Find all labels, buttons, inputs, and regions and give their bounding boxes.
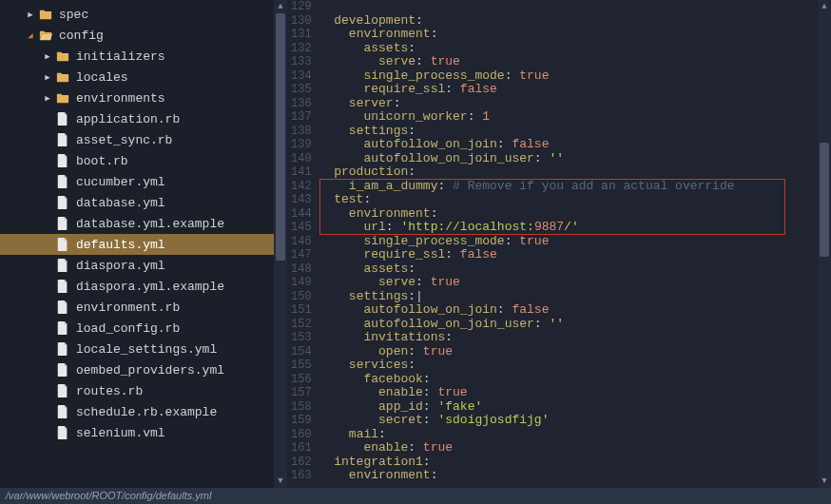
code-line[interactable]: enable: true [319, 386, 831, 400]
code-line[interactable]: app_id: 'fake' [319, 400, 831, 415]
scroll-up-arrow[interactable]: ▲ [818, 0, 831, 13]
tree-file[interactable]: locale_settings.yml [0, 339, 287, 359]
file-icon [55, 238, 70, 251]
code-line[interactable]: single_process_mode: true [319, 69, 831, 84]
code-line[interactable]: environment: [319, 28, 831, 42]
code-line[interactable]: serve: true [319, 55, 831, 69]
scroll-down-arrow[interactable]: ▼ [274, 475, 287, 488]
code-line[interactable]: test: [319, 193, 831, 207]
code-line[interactable]: single_process_mode: true [319, 235, 831, 249]
code-line[interactable]: enable: true [319, 441, 831, 456]
tree-folder[interactable]: ▶locales [0, 67, 287, 87]
line-number: 150 [291, 290, 312, 304]
file-icon [55, 175, 70, 188]
code-line[interactable]: mail: [319, 428, 831, 442]
code-line[interactable]: autofollow_on_join_user: '' [319, 152, 831, 166]
tree-item-label: spec [59, 8, 88, 22]
tree-item-label: initializers [76, 49, 165, 64]
tree-file[interactable]: application.rb [0, 108, 287, 129]
chevron-right-icon[interactable]: ▶ [42, 51, 53, 62]
code-line[interactable]: require_ssl: false [319, 248, 831, 262]
code-line[interactable]: url: 'http://localhost:9887/' [319, 221, 831, 235]
tree-item-label: database.yml [76, 196, 165, 210]
line-number: 159 [291, 414, 312, 428]
code-content[interactable]: development: environment: assets: serve:… [319, 0, 831, 488]
file-icon [55, 133, 70, 146]
tree-file[interactable]: oembed_providers.yml [0, 359, 287, 380]
code-line[interactable]: integration1: [319, 456, 831, 470]
tree-file[interactable]: load_config.rb [0, 318, 287, 339]
file-tree-sidebar[interactable]: ▶spec◢config▶initializers▶locales▶enviro… [0, 0, 287, 488]
editor-scrollbar-thumb[interactable] [820, 143, 829, 257]
sidebar-scrollbar-thumb[interactable] [276, 13, 285, 261]
code-line[interactable]: require_ssl: false [319, 83, 831, 97]
file-icon [55, 405, 70, 418]
line-number: 162 [291, 456, 312, 470]
tree-file[interactable]: asset_sync.rb [0, 129, 287, 150]
code-line[interactable]: autofollow_on_join: false [319, 138, 831, 152]
tree-file[interactable]: schedule.rb.example [0, 401, 287, 422]
code-line[interactable]: settings: [319, 125, 831, 139]
tree-folder[interactable]: ▶spec [0, 4, 287, 25]
sidebar-scrollbar[interactable]: ▲ ▼ [274, 0, 287, 488]
code-line[interactable]: assets: [319, 42, 831, 56]
scroll-up-arrow[interactable]: ▲ [274, 0, 287, 13]
tree-file[interactable]: diaspora.yml [0, 255, 287, 276]
code-line[interactable]: development: [319, 14, 831, 29]
tree-folder[interactable]: ▶environments [0, 87, 287, 108]
line-number: 134 [291, 69, 312, 84]
code-line[interactable]: invitations: [319, 331, 831, 345]
code-line[interactable]: open: true [319, 345, 831, 359]
line-number: 137 [291, 110, 312, 125]
code-line[interactable]: unicorn_worker: 1 [319, 110, 831, 125]
code-line[interactable]: server: [319, 97, 831, 111]
code-line[interactable]: facebook: [319, 373, 831, 387]
tree-folder[interactable]: ◢config [0, 25, 287, 46]
folder-icon [55, 70, 70, 84]
tree-file[interactable]: diaspora.yml.example [0, 276, 287, 297]
file-tree[interactable]: ▶spec◢config▶initializers▶locales▶enviro… [0, 0, 287, 447]
tree-file[interactable]: selenium.vml [0, 422, 287, 443]
chevron-right-icon[interactable]: ▶ [42, 93, 53, 104]
file-icon [55, 154, 70, 167]
editor-scrollbar[interactable]: ▲ ▼ [818, 0, 831, 488]
code-line[interactable]: secret: 'sdoigjosdfijg' [319, 414, 831, 428]
line-number: 148 [291, 262, 312, 277]
chevron-down-icon[interactable]: ◢ [25, 30, 36, 41]
line-number: 163 [291, 469, 312, 483]
tree-item-label: environments [76, 91, 165, 106]
code-line[interactable]: production: [319, 165, 831, 180]
tree-file[interactable]: environment.rb [0, 297, 287, 318]
line-number: 151 [291, 303, 312, 318]
code-line[interactable]: assets: [319, 262, 831, 277]
code-editor[interactable]: 1291301311321331341351361371381391401411… [287, 0, 831, 488]
scroll-down-arrow[interactable]: ▼ [818, 475, 831, 488]
file-icon [55, 259, 70, 272]
code-line[interactable]: autofollow_on_join: false [319, 303, 831, 318]
status-bar: /var/www/webroot/ROOT/config/defaults.ym… [0, 488, 831, 504]
code-line[interactable]: environment: [319, 469, 831, 483]
chevron-right-icon[interactable]: ▶ [25, 10, 36, 20]
tree-item-label: cucumber.yml [76, 175, 165, 189]
tree-item-label: diaspora.yml [76, 259, 165, 273]
code-line[interactable]: autofollow_on_join_user: '' [319, 318, 831, 332]
tree-folder[interactable]: ▶initializers [0, 46, 287, 67]
chevron-right-icon[interactable]: ▶ [42, 72, 53, 83]
tree-file[interactable]: boot.rb [0, 150, 287, 171]
tree-file[interactable]: routes.rb [0, 380, 287, 401]
tree-item-label: selenium.vml [76, 426, 165, 440]
line-number: 158 [291, 400, 312, 415]
code-line[interactable]: serve: true [319, 276, 831, 290]
line-number: 160 [291, 428, 312, 442]
code-line[interactable]: environment: [319, 207, 831, 222]
tree-file[interactable]: database.yml [0, 192, 287, 213]
tree-item-label: locales [76, 70, 128, 85]
code-line[interactable]: i_am_a_dummy: # Remove if you add an act… [319, 180, 831, 194]
tree-file[interactable]: cucumber.yml [0, 171, 287, 192]
line-number: 155 [291, 359, 312, 373]
code-line[interactable] [319, 0, 831, 14]
code-line[interactable]: services: [319, 359, 831, 373]
tree-file[interactable]: defaults.yml [0, 234, 287, 255]
code-line[interactable]: settings:| [319, 290, 831, 304]
tree-file[interactable]: database.yml.example [0, 213, 287, 234]
